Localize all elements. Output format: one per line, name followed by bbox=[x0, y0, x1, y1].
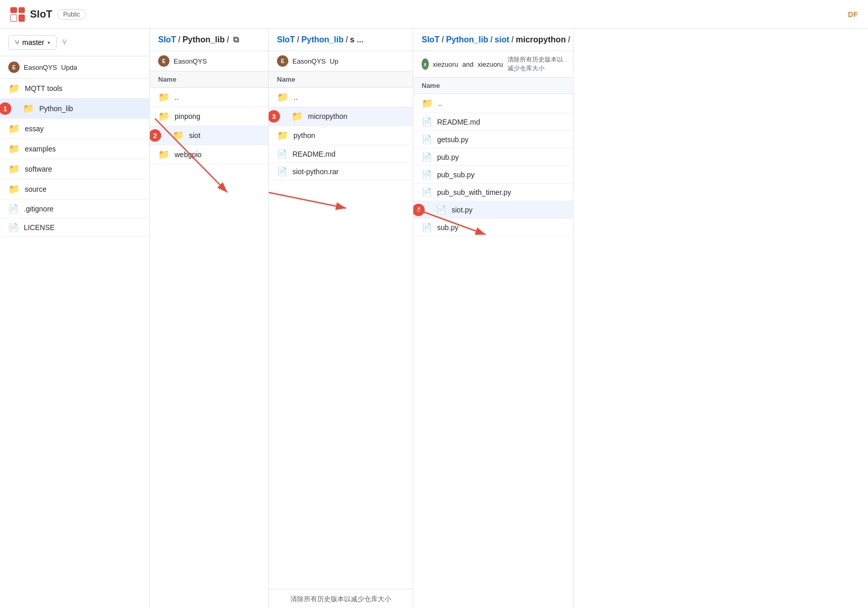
list-item[interactable]: 📁 source bbox=[0, 179, 149, 200]
list-item[interactable]: 📄 sub.py bbox=[413, 219, 573, 236]
list-item[interactable]: 📁 .. bbox=[413, 94, 573, 113]
panel3-header: SIoT / Python_lib / siot / micropython /… bbox=[413, 29, 573, 51]
panel2-footer: 清除所有历史版本以减少仓库大小 bbox=[269, 589, 413, 609]
left-commit-row: E EasonQYS Upda bbox=[0, 56, 149, 79]
file-name: .. bbox=[293, 93, 298, 101]
list-item[interactable]: 📄 pub_sub_with_timer.py bbox=[413, 184, 573, 201]
breadcrumb-sep: / bbox=[297, 35, 299, 44]
breadcrumb-siot-link[interactable]: SIoT bbox=[158, 35, 176, 44]
panel2-col-header: Name bbox=[269, 71, 413, 88]
list-item[interactable]: 📄 pub.py bbox=[413, 148, 573, 166]
file-icon: 📄 bbox=[436, 205, 446, 215]
file-name: source bbox=[25, 185, 47, 193]
file-name: Python_lib bbox=[39, 104, 73, 113]
file-name: pub_sub_with_timer.py bbox=[437, 188, 511, 196]
file-icon: 📄 bbox=[422, 222, 432, 232]
list-item-python-lib[interactable]: 1 📁 Python_lib bbox=[0, 99, 149, 119]
public-badge: Public bbox=[57, 9, 86, 20]
file-icon: 📄 bbox=[422, 152, 432, 162]
branch-fork-icon: ⑂ bbox=[15, 38, 19, 47]
file-name: pub.py bbox=[437, 153, 459, 161]
breadcrumb-pythonlib-link[interactable]: Python_lib bbox=[446, 35, 488, 44]
panel-python-lib: SIoT / Python_lib / ⧉ E EasonQYS Name 📁 … bbox=[150, 29, 269, 609]
breadcrumb: SIoT / Python_lib / ⧉ bbox=[158, 35, 260, 44]
list-item-micropython[interactable]: 3 📁 micropython bbox=[269, 107, 413, 126]
folder-icon: 📁 bbox=[8, 143, 20, 155]
repo-title: SIoT bbox=[30, 8, 52, 20]
panel1-commit-author: EasonQYS bbox=[174, 57, 207, 65]
list-item[interactable]: 📁 examples bbox=[0, 139, 149, 159]
list-item[interactable]: 📁 essay bbox=[0, 119, 149, 139]
breadcrumb-sep: / bbox=[178, 35, 180, 44]
file-name: .. bbox=[438, 99, 442, 108]
file-name: python bbox=[293, 131, 315, 140]
file-name: pub_sub.py bbox=[437, 171, 474, 179]
panel-micropython: SIoT / Python_lib / siot / micropython /… bbox=[413, 29, 574, 609]
file-name: MQTT tools bbox=[25, 84, 63, 93]
file-name: examples bbox=[25, 145, 56, 153]
file-name: .. bbox=[175, 93, 179, 101]
file-icon: 📄 bbox=[8, 204, 19, 214]
list-item[interactable]: 📁 webgpio bbox=[150, 145, 268, 164]
file-name: getsub.py bbox=[437, 135, 469, 144]
user-avatar-initials: DF bbox=[848, 10, 858, 19]
panel-siot: SIoT / Python_lib / s ... E EasonQYS Up … bbox=[269, 29, 413, 609]
panels-area: SIoT / Python_lib / ⧉ E EasonQYS Name 📁 … bbox=[150, 29, 868, 609]
sep3: / bbox=[512, 35, 514, 44]
folder-icon: 📁 bbox=[8, 123, 20, 134]
panel3-commit-and: and bbox=[462, 60, 474, 68]
file-icon: 📄 bbox=[277, 149, 287, 159]
list-item[interactable]: 📄 getsub.py bbox=[413, 131, 573, 148]
list-item[interactable]: 📁 .. bbox=[269, 88, 413, 107]
list-item[interactable]: 📁 pinpong bbox=[150, 107, 268, 126]
list-item[interactable]: 📄 LICENSE bbox=[0, 218, 149, 237]
sep4: / bbox=[568, 35, 570, 44]
panel3-file-list: 📁 .. 📄 README.md 📄 getsub.py 📄 pub.py 📄 bbox=[413, 94, 573, 609]
file-icon: 📄 bbox=[422, 134, 432, 144]
panel3-commit-msg: 清除所有历史版本以减少仓库大小 bbox=[507, 55, 565, 73]
list-item-siot-py[interactable]: 4 📄 siot.py bbox=[413, 201, 573, 219]
file-icon: 📄 bbox=[422, 170, 432, 179]
left-commit-avatar: E bbox=[8, 62, 20, 73]
panel1-col-header: Name bbox=[150, 71, 268, 88]
main-container: ⑂ master ▾ ⑂ E EasonQYS Upda 📁 MQTT tool… bbox=[0, 29, 868, 609]
file-name: software bbox=[25, 165, 52, 173]
folder-icon: 📁 bbox=[277, 92, 288, 103]
list-item-siot[interactable]: 2 📁 siot bbox=[150, 126, 268, 145]
breadcrumb-siot-link[interactable]: SIoT bbox=[277, 35, 295, 44]
list-item[interactable]: 📄 README.md bbox=[269, 145, 413, 163]
folder-icon: 📁 bbox=[8, 163, 20, 175]
branch-button[interactable]: ⑂ master ▾ bbox=[8, 35, 57, 50]
list-item[interactable]: 📁 software bbox=[0, 159, 149, 179]
copy-icon[interactable]: ⧉ bbox=[233, 35, 239, 44]
list-item[interactable]: 📄 pub_sub.py bbox=[413, 166, 573, 184]
panel1-commit-avatar: E bbox=[158, 55, 169, 67]
list-item[interactable]: 📁 python bbox=[269, 126, 413, 145]
step-4-badge: 4 bbox=[413, 204, 425, 216]
panel2-commit-avatar: E bbox=[277, 55, 288, 67]
step-2-badge: 2 bbox=[150, 129, 161, 142]
panel2-commit-row: E EasonQYS Up bbox=[269, 51, 413, 71]
breadcrumb-siot-link[interactable]: SIoT bbox=[422, 35, 440, 44]
branch-selector: ⑂ master ▾ ⑂ bbox=[0, 29, 149, 56]
folder-icon: 📁 bbox=[422, 98, 433, 109]
list-item[interactable]: 📁 .. bbox=[150, 88, 268, 107]
branch-name: master bbox=[22, 38, 44, 47]
folder-icon: 📁 bbox=[158, 92, 169, 103]
list-item[interactable]: 📄 .gitignore bbox=[0, 200, 149, 218]
list-item[interactable]: 📁 MQTT tools bbox=[0, 79, 149, 99]
file-name: micropython bbox=[308, 112, 347, 120]
list-item[interactable]: 📄 README.md bbox=[413, 113, 573, 131]
breadcrumb-current: Python_lib bbox=[182, 35, 225, 44]
list-item[interactable]: 📄 siot-python.rar bbox=[269, 163, 413, 180]
panel2-header: SIoT / Python_lib / s ... bbox=[269, 29, 413, 51]
folder-icon: 📁 bbox=[158, 149, 169, 160]
breadcrumb-current: micropython bbox=[516, 35, 566, 44]
file-name: webgpio bbox=[175, 150, 202, 159]
file-name: .gitignore bbox=[24, 205, 54, 213]
step-1-badge: 1 bbox=[0, 102, 11, 115]
left-panel: ⑂ master ▾ ⑂ E EasonQYS Upda 📁 MQTT tool… bbox=[0, 29, 150, 609]
file-icon: 📄 bbox=[277, 166, 287, 176]
breadcrumb-pythonlib-link[interactable]: Python_lib bbox=[301, 35, 344, 44]
breadcrumb-siot-folder-link[interactable]: siot bbox=[494, 35, 509, 44]
